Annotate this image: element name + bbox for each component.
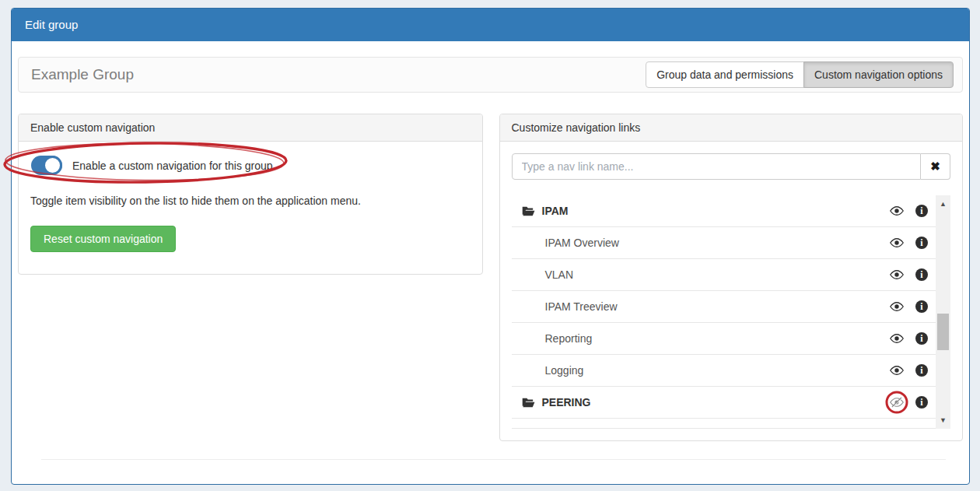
customize-panel-title: Customize navigation links bbox=[500, 114, 963, 142]
tab-group-data-and-permissions[interactable]: Group data and permissions bbox=[646, 61, 804, 88]
list-scrollbar[interactable]: ▲ ▼ bbox=[936, 195, 950, 429]
edit-group-panel: Edit group Example Group Group data and … bbox=[11, 8, 970, 485]
nav-link-row: IPAM Overview i bbox=[512, 227, 936, 259]
nav-link-search-group: ✖ bbox=[512, 153, 951, 180]
info-circle-icon[interactable]: i bbox=[915, 204, 929, 218]
nav-link-label: Reporting bbox=[545, 332, 593, 345]
nav-links-list: IPAM i bbox=[512, 195, 936, 429]
nav-link-label: IPAM bbox=[542, 205, 569, 217]
nav-link-row-partial bbox=[512, 419, 936, 429]
nav-links-list-container: IPAM i bbox=[512, 195, 951, 429]
nav-link-search-input[interactable] bbox=[512, 153, 922, 180]
eye-icon[interactable] bbox=[890, 331, 904, 345]
nav-link-label: IPAM Overview bbox=[545, 237, 619, 249]
eye-icon[interactable] bbox=[890, 300, 904, 314]
group-name: Example Group bbox=[31, 66, 134, 83]
info-circle-icon[interactable]: i bbox=[915, 395, 929, 409]
info-circle-icon[interactable]: i bbox=[915, 300, 929, 314]
eye-icon[interactable] bbox=[890, 268, 904, 282]
info-circle-icon[interactable]: i bbox=[915, 236, 929, 250]
group-header-bar: Example Group Group data and permissions… bbox=[18, 57, 963, 93]
nav-link-row: PEERING i bbox=[512, 387, 936, 419]
scrollbar-up-arrow-icon[interactable]: ▲ bbox=[936, 197, 950, 211]
nav-link-label: Logging bbox=[545, 364, 584, 377]
reset-custom-navigation-button[interactable]: Reset custom navigation bbox=[30, 226, 176, 252]
eye-icon[interactable] bbox=[890, 236, 904, 250]
nav-link-label: PEERING bbox=[542, 396, 591, 409]
enable-panel-title: Enable custom navigation bbox=[19, 114, 482, 142]
view-tabs: Group data and permissions Custom naviga… bbox=[646, 61, 954, 88]
nav-link-row: VLAN i bbox=[512, 259, 936, 291]
folder-open-icon bbox=[522, 205, 535, 217]
enable-custom-navigation-toggle[interactable] bbox=[31, 156, 62, 175]
close-icon: ✖ bbox=[930, 160, 940, 174]
enable-custom-navigation-panel: Enable custom navigation Enable a custom… bbox=[18, 114, 483, 275]
eye-icon[interactable] bbox=[890, 204, 904, 218]
enable-toggle-label: Enable a custom navigation for this grou… bbox=[72, 160, 273, 172]
nav-link-row: Reporting i bbox=[512, 323, 936, 355]
toggle-knob bbox=[43, 156, 62, 175]
footer-divider bbox=[41, 459, 946, 486]
tab-custom-navigation-options[interactable]: Custom navigation options bbox=[803, 61, 954, 88]
eye-slash-icon[interactable] bbox=[890, 395, 904, 409]
info-circle-icon[interactable]: i bbox=[915, 268, 929, 282]
scrollbar-down-arrow-icon[interactable]: ▼ bbox=[936, 413, 950, 427]
nav-link-row: Logging i bbox=[512, 355, 936, 387]
scrollbar-thumb[interactable] bbox=[937, 314, 949, 350]
clear-search-button[interactable]: ✖ bbox=[921, 153, 950, 180]
eye-icon[interactable] bbox=[890, 363, 904, 377]
info-circle-icon[interactable]: i bbox=[915, 331, 929, 345]
folder-open-icon bbox=[522, 397, 535, 409]
customize-navigation-links-panel: Customize navigation links ✖ IPAM bbox=[499, 114, 964, 441]
info-circle-icon[interactable]: i bbox=[915, 363, 929, 377]
nav-link-label: VLAN bbox=[545, 268, 574, 281]
page-title: Edit group bbox=[12, 9, 969, 41]
nav-link-row: IPAM Treeview i bbox=[512, 291, 936, 323]
enable-toggle-row: Enable a custom navigation for this grou… bbox=[31, 156, 471, 175]
visibility-help-text: Toggle item visibility on the list to hi… bbox=[30, 195, 471, 207]
nav-link-label: IPAM Treeview bbox=[545, 300, 618, 313]
nav-link-row: IPAM i bbox=[512, 195, 936, 227]
